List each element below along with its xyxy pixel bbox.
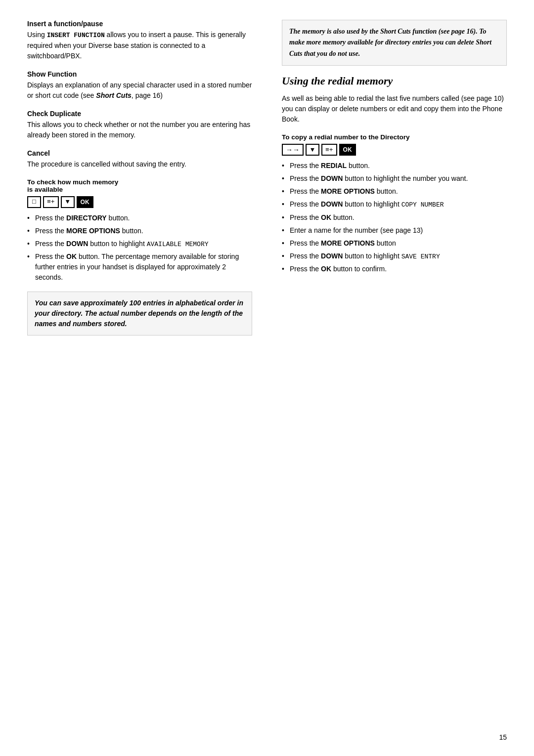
btn-directory-icon: □ <box>27 196 41 208</box>
right-column: The memory is also used by the Short Cut… <box>277 20 507 343</box>
btn-ok-redial-icon: OK <box>339 144 356 156</box>
body-insert-function: Using INSERT FUNCTION allows you to inse… <box>27 30 252 61</box>
bold-more-options-redial: MORE OPTIONS <box>321 187 375 195</box>
callout-box-left: You can save approximately 100 entries i… <box>27 292 252 336</box>
button-row-memory: □ ≡+ ▼ OK <box>27 196 252 208</box>
heading-copy-redial: To copy a redial number to the Directory <box>282 133 507 141</box>
mono-save-entry: SAVE ENTRY <box>401 253 440 260</box>
section-insert-function: Insert a function/pause Using INSERT FUN… <box>27 20 252 61</box>
bold-down-save: DOWN <box>321 252 343 260</box>
bullet-redial-4: Press the DOWN button to highlight COPY … <box>282 199 507 210</box>
page-content: Insert a function/pause Using INSERT FUN… <box>27 20 507 343</box>
heading-check-memory: To check how much memoryis available <box>27 178 252 193</box>
bullet-redial-7: Press the MORE OPTIONS button <box>282 238 507 249</box>
button-row-redial: →→ ▼ ≡+ OK <box>282 144 507 156</box>
bullet-down-1: Press the DOWN button to highlight AVAIL… <box>27 239 252 250</box>
body-show-function: Displays an explanation of any special c… <box>27 80 252 101</box>
bold-more-options-2: MORE OPTIONS <box>321 239 375 247</box>
bullet-redial-2: Press the DOWN button to highlight the n… <box>282 173 507 184</box>
bullet-redial-8: Press the DOWN button to highlight SAVE … <box>282 251 507 262</box>
bold-ok-1: OK <box>66 252 77 260</box>
monospace-insert-function: INSERT FUNCTION <box>47 32 105 39</box>
callout-box-right: The memory is also used by the Short Cut… <box>282 20 507 66</box>
section-copy-redial: To copy a redial number to the Directory… <box>282 133 507 274</box>
heading-show-function: Show Function <box>27 70 252 78</box>
section-title-redial: Using the redial memory <box>282 75 507 87</box>
bullet-more-options-1: Press the MORE OPTIONS button. <box>27 226 252 236</box>
body-cancel: The procedure is cancelled without savin… <box>27 159 252 169</box>
callout-text-right: The memory is also used by the Short Cut… <box>289 26 499 59</box>
bold-down-copy: DOWN <box>321 200 343 208</box>
bold-ok-confirm: OK <box>321 265 331 273</box>
intro-redial: As well as being able to redial the last… <box>282 93 507 125</box>
btn-down-redial-icon: ▼ <box>306 144 319 156</box>
btn-down-icon: ▼ <box>61 196 75 208</box>
left-column: Insert a function/pause Using INSERT FUN… <box>27 20 257 343</box>
section-cancel: Cancel The procedure is cancelled withou… <box>27 149 252 169</box>
memory-bullets: Press the DIRECTORY button. Press the MO… <box>27 213 252 283</box>
bold-ok-redial: OK <box>321 213 331 221</box>
section-check-memory: To check how much memoryis available □ ≡… <box>27 178 252 283</box>
btn-more-options-redial-icon: ≡+ <box>321 144 337 156</box>
bold-directory: DIRECTORY <box>66 214 107 222</box>
bullet-redial-3: Press the MORE OPTIONS button. <box>282 186 507 197</box>
redial-bullets: Press the REDIAL button. Press the DOWN … <box>282 161 507 274</box>
bold-more-options-1: MORE OPTIONS <box>66 227 120 235</box>
bold-down-redial: DOWN <box>321 174 343 182</box>
section-check-duplicate: Check Duplicate This allows you to check… <box>27 110 252 140</box>
bold-down-1: DOWN <box>66 240 88 248</box>
btn-ok-icon: OK <box>77 196 93 208</box>
bullet-redial-9: Press the OK button to confirm. <box>282 264 507 274</box>
heading-check-duplicate: Check Duplicate <box>27 110 252 118</box>
mono-copy-number: COPY NUMBER <box>401 201 444 209</box>
body-check-duplicate: This allows you to check whether or not … <box>27 120 252 140</box>
btn-redial-icon: →→ <box>282 144 304 156</box>
page-number: 15 <box>499 733 507 741</box>
bullet-redial-5: Press the OK button. <box>282 212 507 223</box>
heading-insert-function: Insert a function/pause <box>27 20 252 28</box>
bullet-ok-1: Press the OK button. The percentage memo… <box>27 252 252 283</box>
bullet-redial-1: Press the REDIAL button. <box>282 161 507 171</box>
bullet-redial-6: Enter a name for the number (see page 13… <box>282 225 507 236</box>
short-cuts-ref: Short Cuts <box>96 91 132 99</box>
bold-redial: REDIAL <box>321 162 347 169</box>
mono-available-memory: AVAILABLE MEMORY <box>147 241 209 248</box>
heading-cancel: Cancel <box>27 149 252 157</box>
section-show-function: Show Function Displays an explanation of… <box>27 70 252 101</box>
bullet-directory: Press the DIRECTORY button. <box>27 213 252 223</box>
btn-more-options-icon: ≡+ <box>43 196 59 208</box>
callout-text-left: You can save approximately 100 entries i… <box>35 298 245 329</box>
